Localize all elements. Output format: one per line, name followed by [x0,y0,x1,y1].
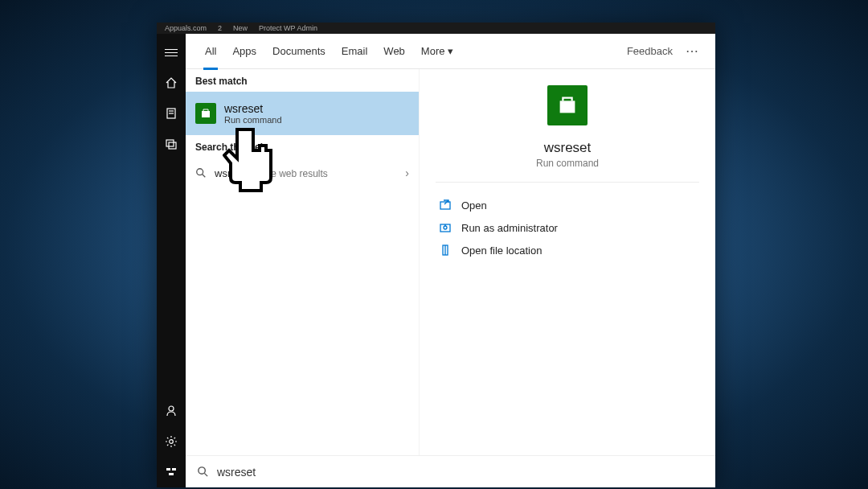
svg-rect-10 [203,113,205,114]
best-match-subtitle: Run command [224,115,282,125]
search-query-text: wsreset [217,466,256,479]
more-options-icon[interactable]: ⋯ [681,43,704,59]
hamburger-menu-icon[interactable] [157,37,186,68]
tab-more[interactable]: More ▾ [413,34,462,69]
sidebar [157,34,186,487]
shield-icon [439,221,452,234]
svg-point-6 [170,440,174,444]
tab-apps[interactable]: Apps [224,34,264,69]
home-icon[interactable] [157,68,186,98]
svg-rect-9 [169,473,174,475]
document-icon[interactable] [157,98,186,129]
search-web-heading: Search the web [186,135,419,158]
svg-rect-12 [203,115,205,117]
action-run-admin[interactable]: Run as administrator [436,216,699,239]
account-icon[interactable] [157,396,186,426]
svg-point-22 [444,226,447,229]
browser-bar-item: 2 [218,24,222,32]
search-bar[interactable]: wsreset [186,455,715,487]
web-result-row[interactable]: wsreset - See web results › [186,158,419,188]
tab-documents[interactable]: Documents [264,34,334,69]
browser-chrome-bar: Appuals.com 2 New Protect WP Admin [157,23,715,34]
svg-rect-18 [563,109,566,112]
filter-tabs: All Apps Documents Email Web More ▾ Feed… [186,34,715,69]
web-result-query: wsreset [215,167,251,179]
action-open-location[interactable]: Open file location [436,239,699,261]
action-open-label: Open [461,199,487,212]
folder-icon [439,244,452,257]
feedback-link[interactable]: Feedback [627,45,681,57]
detail-subtitle: Run command [536,158,599,169]
svg-rect-16 [563,104,566,107]
best-match-title: wsreset [224,102,282,115]
svg-rect-17 [569,104,572,107]
tab-web[interactable]: Web [375,34,413,69]
svg-rect-13 [207,115,208,117]
store-app-icon-large [547,85,588,125]
search-window: Appuals.com 2 New Protect WP Admin [157,23,715,487]
detail-title: wsreset [544,140,592,156]
tab-email[interactable]: Email [334,34,376,69]
tab-more-label: More [421,45,445,57]
browser-bar-item: New [233,24,248,32]
search-icon [195,167,207,179]
action-open[interactable]: Open [436,194,699,216]
results-pane: Best match wsreset Run command Search th… [186,69,419,455]
detail-pane: wsreset Run command Open Run as administ… [419,69,715,455]
svg-line-26 [204,473,207,476]
svg-rect-4 [169,142,176,149]
chevron-down-icon: ▾ [448,45,453,57]
svg-rect-7 [166,468,170,471]
svg-point-25 [199,467,205,474]
filter-icon[interactable] [157,457,186,487]
tab-all[interactable]: All [197,34,224,69]
store-app-icon [195,103,216,124]
svg-line-15 [203,175,206,178]
best-match-heading: Best match [186,69,419,92]
svg-rect-3 [166,140,174,146]
settings-gear-icon[interactable] [157,426,186,457]
svg-rect-8 [172,468,176,471]
browser-bar-item: Appuals.com [165,24,207,32]
action-run-admin-label: Run as administrator [461,222,558,234]
svg-point-5 [169,406,174,411]
best-match-result[interactable]: wsreset Run command [186,92,419,135]
chevron-right-icon: › [405,166,409,179]
svg-rect-19 [569,109,572,112]
pictures-icon[interactable] [157,129,186,159]
search-icon [197,466,209,478]
svg-point-14 [197,169,203,175]
open-icon [439,199,452,212]
action-open-location-label: Open file location [461,244,542,257]
browser-bar-item: Protect WP Admin [259,24,317,32]
svg-rect-11 [207,113,208,114]
web-result-suffix: - See web results [251,168,328,179]
